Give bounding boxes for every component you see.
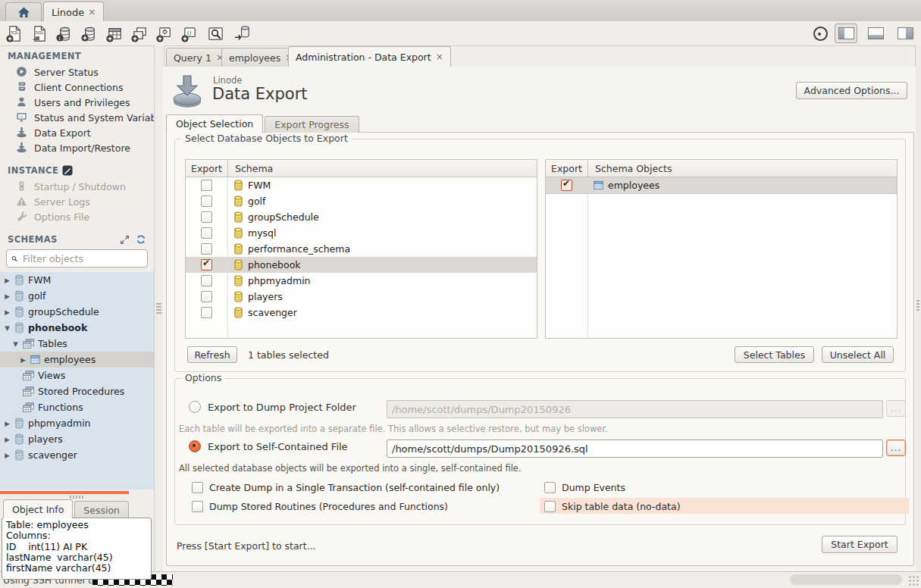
chevron-down-icon[interactable]: ▼ [4,324,11,332]
single-transaction-option[interactable]: Create Dump in a Single Transaction (sel… [192,482,500,493]
chevron-right-icon[interactable]: ▶ [4,292,11,300]
select-tables-button[interactable]: Select Tables [735,346,814,363]
tab-object-info[interactable]: Object Info [3,499,73,518]
chevron-down-icon[interactable]: ▼ [12,340,19,348]
close-icon[interactable]: × [436,52,443,62]
table-row-selected[interactable]: employees [546,177,897,194]
sidebar-item-options-file[interactable]: Options File [0,209,154,224]
table-row[interactable]: FWM [186,177,537,193]
table-row[interactable]: performance_schema [186,241,537,257]
single-transaction-checkbox[interactable] [192,482,203,493]
export-checkbox[interactable] [201,307,212,318]
advanced-options-button[interactable]: Advanced Options... [796,82,907,99]
close-icon[interactable]: × [88,7,96,17]
add-schema-icon[interactable] [80,23,99,43]
home-tab[interactable] [5,2,42,22]
add-stored-procedure-icon[interactable] [155,23,174,43]
tree-item-schema[interactable]: ▶groupSchedule [0,304,154,320]
table-row[interactable]: mysql [186,225,537,241]
horizontal-scrollbar-thumb[interactable] [790,574,902,585]
self-contained-path-input[interactable] [387,439,883,458]
toggle-left-sidebar-button[interactable] [835,23,857,43]
connection-tab[interactable]: Linode × [43,2,104,22]
chevron-right-icon[interactable]: ▶ [4,308,11,316]
database-connect-icon[interactable] [232,23,252,43]
export-checkbox-checked[interactable] [201,259,212,271]
unselect-all-button[interactable]: Unselect All [822,346,894,363]
export-checkbox[interactable] [201,227,212,239]
refresh-schemas-icon[interactable] [136,234,146,245]
tab-administration-data-export[interactable]: Administration - Data Export× [288,46,451,67]
new-query-tab-icon[interactable] [5,23,24,43]
chevron-right-icon[interactable]: ▶ [4,452,11,459]
chevron-right-icon[interactable]: ▶ [4,277,11,284]
mysql-utilities-icon[interactable] [813,27,828,41]
add-view-icon[interactable] [130,23,149,43]
dump-folder-path-input[interactable] [387,400,883,418]
tab-object-selection[interactable]: Object Selection [166,114,263,133]
dump-stored-routines-checkbox[interactable] [192,501,203,512]
table-row[interactable]: phpmyadmin [186,273,537,289]
table-row[interactable]: golf [186,193,537,209]
radio-self-contained[interactable] [189,440,201,452]
tree-item-schema[interactable]: ▶FWM [0,272,154,288]
tree-item-tables[interactable]: ▼Tables [0,336,154,352]
right-panel-splitter[interactable] [915,45,921,572]
tree-item-stored-procedures[interactable]: Stored Procedures [0,383,154,399]
sidebar-item-startup-shutdown[interactable]: Startup / Shutdown [0,179,154,194]
expand-collapse-icon[interactable] [120,235,130,245]
toggle-right-sidebar-button[interactable] [894,23,916,43]
window-resize-grip[interactable] [908,575,920,587]
dump-events-option[interactable]: Dump Events [544,482,625,493]
table-row[interactable]: players [186,289,537,305]
sidebar-item-status-system-variables[interactable]: Status and System Variables [0,110,154,125]
refresh-button[interactable]: Refresh [187,346,237,363]
browse-folder-button[interactable]: ... [886,400,906,417]
tree-item-views[interactable]: Views [0,368,154,383]
start-export-button[interactable]: Start Export [822,536,898,553]
info-panel-splitter[interactable] [0,489,154,500]
export-checkbox[interactable] [201,211,212,223]
toggle-bottom-panel-button[interactable] [864,23,887,43]
create-schema-inspector-icon[interactable] [55,23,74,43]
add-table-icon[interactable] [105,23,124,43]
dump-folder-option[interactable]: Export to Dump Project Folder [189,401,356,413]
skip-table-data-option[interactable]: Skip table data (no-data) [544,501,681,512]
chevron-right-icon[interactable]: ▶ [20,356,27,364]
export-checkbox[interactable] [201,243,212,255]
tab-session[interactable]: Session [74,501,129,518]
self-contained-option[interactable]: Export to Self-Contained File [189,440,348,452]
export-checkbox[interactable] [201,291,212,302]
table-row-selected[interactable]: phonebook [186,257,537,273]
sidebar-item-data-import[interactable]: Data Import/Restore [0,140,154,155]
radio-dump-folder[interactable] [189,401,201,413]
sidebar-item-users-and-privileges[interactable]: Users and Privileges [0,95,154,110]
sidebar-item-server-logs[interactable]: Server Logs [0,194,154,209]
export-checkbox[interactable] [201,275,212,286]
sidebar-item-client-connections[interactable]: Client Connections [0,80,154,95]
export-checkbox-checked[interactable] [561,180,572,191]
skip-table-data-checkbox[interactable] [544,501,556,512]
sidebar-item-server-status[interactable]: Server Status [0,64,154,80]
table-row[interactable]: groupSchedule [186,209,537,225]
open-sql-script-icon[interactable] [30,23,49,43]
tree-item-schema-phonebook[interactable]: ▼phonebook [0,320,154,336]
dump-events-checkbox[interactable] [544,482,556,493]
tree-item-schema[interactable]: ▶phpmyadmin [0,415,154,431]
add-function-icon[interactable] [180,23,199,43]
table-row[interactable]: scavenger [186,305,537,321]
chevron-right-icon[interactable]: ▶ [4,420,11,427]
tab-export-progress[interactable]: Export Progress [265,116,359,133]
export-checkbox[interactable] [201,180,212,191]
tree-item-functions[interactable]: Functions [0,399,154,415]
chevron-right-icon[interactable]: ▶ [4,436,11,443]
tree-item-schema[interactable]: ▶players [0,431,154,447]
sidebar-item-data-export[interactable]: Data Export [0,125,154,140]
tree-item-schema[interactable]: ▶scavenger [0,447,154,463]
dump-stored-routines-option[interactable]: Dump Stored Routines (Procedures and Fun… [192,501,448,512]
tree-item-schema[interactable]: ▶golf [0,288,154,304]
browse-file-button[interactable]: ... [886,439,906,456]
filter-objects-input[interactable] [21,252,143,265]
tree-item-table-employees[interactable]: ▶employees [0,352,154,368]
export-checkbox[interactable] [201,195,212,207]
